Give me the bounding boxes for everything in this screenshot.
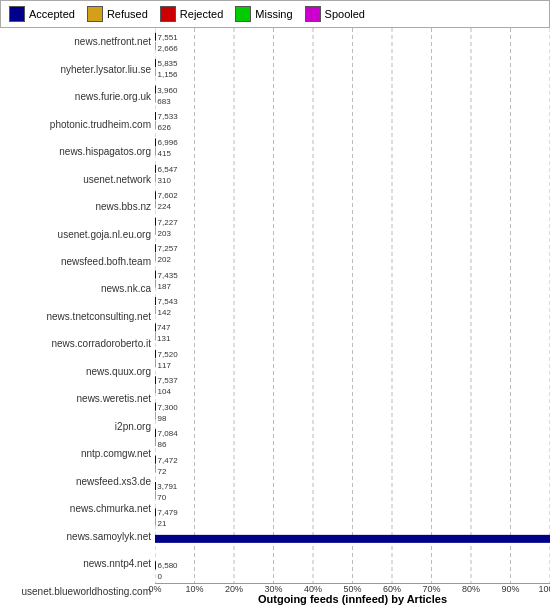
- svg-text:683: 683: [157, 97, 171, 106]
- svg-text:7,300: 7,300: [158, 403, 179, 412]
- y-label-14: i2pn.org: [0, 417, 151, 435]
- svg-text:142: 142: [158, 308, 172, 317]
- x-axis-area: 0%10%20%30%40%50%60%70%80%90%100% Outgoi…: [155, 583, 550, 605]
- svg-rect-71: [155, 429, 156, 437]
- svg-text:310: 310: [158, 176, 172, 185]
- svg-rect-32: [155, 174, 156, 182]
- svg-rect-63: [155, 376, 156, 384]
- svg-rect-15: [155, 59, 156, 67]
- svg-text:72: 72: [158, 467, 167, 476]
- svg-rect-59: [155, 350, 156, 358]
- svg-rect-79: [155, 482, 156, 490]
- y-label-2: news.furie.org.uk: [0, 88, 151, 106]
- svg-rect-31: [155, 165, 156, 173]
- svg-text:1,156: 1,156: [157, 70, 178, 79]
- legend-item-accepted: Accepted: [9, 6, 75, 22]
- svg-rect-16: [155, 68, 156, 76]
- legend-box-refused: [87, 6, 103, 22]
- svg-rect-72: [155, 438, 156, 446]
- svg-text:626: 626: [158, 123, 172, 132]
- svg-rect-43: [155, 244, 156, 252]
- svg-rect-68: [155, 412, 156, 420]
- y-label-12: news.quux.org: [0, 362, 151, 380]
- svg-rect-55: [155, 323, 156, 331]
- legend-box-accepted: [9, 6, 25, 22]
- svg-text:415: 415: [158, 149, 172, 158]
- svg-text:7,479: 7,479: [158, 508, 179, 517]
- legend: Accepted Refused Rejected Missing Spoole…: [0, 0, 550, 28]
- svg-rect-44: [155, 253, 156, 261]
- y-label-18: news.samoylyk.net: [0, 527, 151, 545]
- x-tick-label-10: 100%: [538, 584, 550, 594]
- svg-text:7,537: 7,537: [158, 376, 179, 385]
- svg-rect-52: [155, 306, 156, 314]
- svg-rect-84: [155, 517, 156, 525]
- svg-rect-87: [155, 535, 550, 543]
- svg-text:203: 203: [158, 229, 172, 238]
- chart-svg: 7,5512,6665,8351,1563,9606837,5336266,99…: [155, 28, 550, 583]
- svg-rect-23: [155, 112, 156, 120]
- svg-text:7,520: 7,520: [158, 350, 179, 359]
- svg-text:86: 86: [158, 440, 167, 449]
- x-tick-label-8: 80%: [462, 584, 480, 594]
- y-label-7: usenet.goja.nl.eu.org: [0, 225, 151, 243]
- svg-text:187: 187: [158, 282, 172, 291]
- y-label-20: usenet.blueworldhosting.com: [0, 582, 151, 600]
- svg-text:7,533: 7,533: [158, 112, 179, 121]
- svg-text:3,791: 3,791: [157, 482, 178, 491]
- x-tick-label-2: 20%: [225, 584, 243, 594]
- legend-label-missing: Missing: [255, 8, 292, 20]
- svg-text:7,227: 7,227: [158, 218, 179, 227]
- svg-text:70: 70: [157, 493, 166, 502]
- legend-label-spooled: Spooled: [325, 8, 365, 20]
- y-axis: news.netfront.netnyheter.lysator.liu.sen…: [0, 28, 155, 605]
- legend-item-refused: Refused: [87, 6, 148, 22]
- y-label-9: news.nk.ca: [0, 280, 151, 298]
- svg-text:131: 131: [157, 334, 171, 343]
- svg-rect-64: [155, 385, 156, 393]
- svg-rect-28: [155, 147, 156, 155]
- svg-text:0: 0: [158, 572, 163, 581]
- x-tick-label-1: 10%: [185, 584, 203, 594]
- svg-rect-51: [155, 297, 156, 305]
- svg-text:7,551: 7,551: [158, 33, 179, 42]
- svg-rect-48: [155, 280, 156, 288]
- y-label-17: news.chmurka.net: [0, 500, 151, 518]
- chart-container: Accepted Refused Rejected Missing Spoole…: [0, 0, 550, 605]
- svg-rect-83: [155, 508, 156, 516]
- legend-label-refused: Refused: [107, 8, 148, 20]
- svg-text:7,543: 7,543: [158, 297, 179, 306]
- y-label-4: news.hispagatos.org: [0, 143, 151, 161]
- y-label-6: news.bbs.nz: [0, 198, 151, 216]
- legend-item-spooled: Spooled: [305, 6, 365, 22]
- y-label-15: nntp.comgw.net: [0, 445, 151, 463]
- svg-rect-47: [155, 271, 156, 279]
- y-label-5: usenet.network: [0, 170, 151, 188]
- legend-box-missing: [235, 6, 251, 22]
- legend-box-rejected: [160, 6, 176, 22]
- svg-rect-75: [155, 456, 156, 464]
- svg-rect-35: [155, 191, 156, 199]
- svg-text:747: 747: [157, 323, 171, 332]
- svg-text:6,580: 6,580: [158, 561, 179, 570]
- svg-rect-56: [155, 332, 156, 340]
- legend-item-missing: Missing: [235, 6, 292, 22]
- svg-text:2,666: 2,666: [158, 44, 179, 53]
- svg-rect-12: [155, 42, 156, 50]
- svg-rect-60: [155, 359, 156, 367]
- svg-text:202: 202: [158, 255, 172, 264]
- legend-item-rejected: Rejected: [160, 6, 223, 22]
- x-tick-label-4: 40%: [304, 584, 322, 594]
- svg-rect-20: [155, 95, 156, 103]
- svg-rect-11: [155, 33, 156, 41]
- x-tick-label-9: 90%: [501, 584, 519, 594]
- svg-rect-19: [155, 86, 156, 94]
- svg-text:7,602: 7,602: [158, 191, 179, 200]
- svg-text:7,472: 7,472: [158, 456, 179, 465]
- y-label-19: news.nntp4.net: [0, 555, 151, 573]
- svg-text:5,835: 5,835: [157, 59, 178, 68]
- svg-rect-36: [155, 200, 156, 208]
- chart-title: Outgoing feeds (innfeed) by Articles: [155, 593, 550, 605]
- svg-rect-24: [155, 121, 156, 129]
- y-label-10: news.tnetconsulting.net: [0, 307, 151, 325]
